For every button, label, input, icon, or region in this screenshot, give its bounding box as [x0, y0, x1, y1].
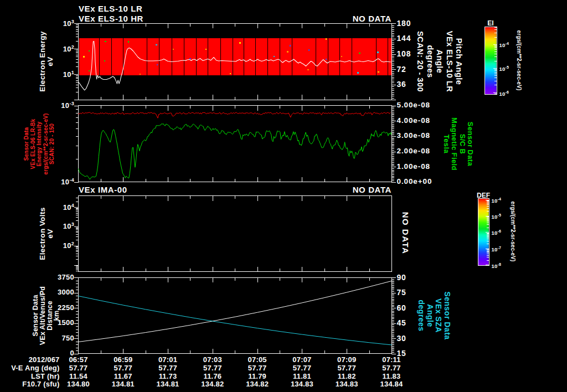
footer-r0-c1: 06:59 — [101, 356, 145, 363]
panel2-right-title-line1: Sensor Data — [466, 117, 473, 171]
plot-rect — [308, 49, 310, 50]
colorbar2-tick-10^-6: 10-6 — [492, 229, 502, 236]
sza-trace — [79, 296, 392, 345]
footer-r0-c3: 07:03 — [190, 356, 235, 363]
footer-r1-c6: 57.77 — [324, 364, 369, 372]
footer-r3-c1: 134.81 — [101, 380, 145, 388]
footer-row-label-f107: F10.7 (sfu) — [0, 380, 60, 388]
footer-r1-c4: 57.77 — [235, 364, 280, 372]
panel2-rtick-1.00e-08: 1.00e-08 — [397, 163, 431, 171]
colorbar1-tick-10^-6: 10-6 — [499, 90, 509, 97]
energy-intensity-trace — [79, 112, 390, 118]
panel1-ytick-10^3: 103 — [40, 19, 74, 27]
panel2-rtick-4.00e-08: 4.00e-08 — [397, 117, 431, 125]
plot-rect — [359, 53, 360, 54]
panel1-right-title-line4: degrees — [425, 31, 434, 92]
footer-r2-c5: 11.81 — [280, 373, 324, 380]
panel3-y-title-line2: eV — [47, 207, 54, 260]
colorbar2-unit: ergs/(cm**2-sr-sec-eV) — [510, 202, 516, 262]
footer-r2-c0: 11.54 — [56, 373, 101, 380]
colorbar2-unit-text: ergs/(cm**2-sr-sec-eV) — [510, 202, 516, 262]
footer-r3-c3: 134.82 — [190, 380, 235, 388]
panel1-nodata-label: NO DATA — [310, 14, 391, 23]
panel1-right-title-line3: Angle — [434, 31, 444, 92]
panel3-y-title-line1: Electron Volts — [39, 207, 47, 260]
panel1-right-title-line2: VEx ELS-10 LR — [444, 31, 453, 92]
panel2-y-title-line4: ergs/(cm**2-sr-sec-eV) — [42, 113, 49, 174]
panel1-rtick-108: 108 — [397, 50, 411, 58]
plot-rect — [79, 277, 392, 354]
footer-r3-c2: 134.81 — [146, 380, 190, 388]
plot-rect — [290, 45, 291, 46]
panel2-ytick-10^-3: 10-3 — [40, 101, 74, 109]
panel4-ytick-3750: 3750 — [40, 274, 74, 281]
magnetic-field-trace — [79, 123, 391, 179]
plot-rect — [377, 51, 378, 53]
panel2-y-axis-title: Sensor Data VEx ELS-06 LR-Bk Energy Inte… — [23, 113, 55, 174]
panel4-ytick-3000: 3000 — [40, 288, 74, 296]
footer-r0-c2: 07:01 — [146, 356, 190, 363]
panel4-rtick-30: 30 — [397, 334, 406, 342]
panel3-nodata-vertical-text: NO DATA — [400, 212, 410, 254]
altitude-trace — [79, 281, 392, 342]
panel2-rtick-5.00e-08: 5.00e-08 — [397, 101, 431, 109]
footer-r2-c7: 11.83 — [369, 373, 414, 380]
panel1-rtick-180: 180 — [397, 19, 411, 27]
panel3-nodata-vertical: NO DATA — [400, 212, 410, 254]
footer-r1-c7: 57.77 — [369, 364, 414, 372]
panel2-y-title-line2: VEx ELS-06 LR-Bk — [29, 113, 36, 174]
colorbar1-unit-text: ergs/(cm**2-sr-sec-eV) — [516, 30, 522, 91]
footer-r3-c5: 134.83 — [280, 380, 324, 388]
footer-r2-c6: 11.82 — [324, 373, 369, 380]
panel1-y-axis-title-line2: eV — [47, 32, 54, 92]
plot-rect — [378, 71, 379, 73]
panel1-y-axis-title: Electron Energy eV — [39, 32, 54, 92]
plot-rect — [157, 64, 158, 65]
footer-r3-c0: 134.80 — [56, 380, 101, 388]
footer-r2-c2: 11.73 — [146, 373, 190, 380]
footer-r1-c3: 57.77 — [190, 364, 235, 372]
panel4-right-title-line4: degrees — [416, 291, 425, 339]
colorbar1-tick-10^-4: 10-4 — [499, 42, 509, 48]
colorbar1-title: EI — [480, 20, 502, 27]
panel1-right-axis-title: Pitch Angle VEx ELS-10 LR Angle degrees … — [415, 31, 463, 92]
panel3-ytick-10^2: 102 — [40, 241, 74, 249]
panel1-y-axis-title-line1: Electron Energy — [39, 32, 47, 92]
panel1-title-line1: VEx ELS-10 LR — [79, 4, 142, 13]
vex-summary-plot: VEx ELS-10 LR VEx ELS-10 HR NO DATA Elec… — [0, 0, 567, 392]
plot-rect — [307, 69, 308, 70]
footer-r2-c3: 11.76 — [190, 373, 235, 380]
plot-rect — [83, 56, 84, 57]
plot-rect — [341, 56, 342, 57]
panel3-title: VEx IMA-00 — [79, 185, 127, 194]
plot-rect — [326, 59, 327, 60]
footer-r2-c4: 11.79 — [235, 373, 280, 380]
colorbar2-tick-10^-4: 10-4 — [492, 197, 502, 204]
footer-r0-c4: 07:05 — [235, 356, 280, 363]
footer-r0-c0: 06:57 — [56, 356, 101, 363]
plot-rect — [173, 49, 174, 50]
footer-r2-c1: 11.67 — [101, 373, 145, 380]
plot-rect — [79, 196, 392, 272]
footer-r3-c4: 134.82 — [235, 380, 280, 388]
panel2-right-title-line2: S/C B — [458, 117, 466, 171]
panel3-y-axis-title: Electron Volts eV — [39, 207, 54, 260]
panel3-ytick-10^4: 104 — [40, 203, 74, 211]
panel4-ytick-2250: 2250 — [40, 304, 74, 311]
footer-r1-c5: 57.77 — [280, 364, 324, 372]
plot-rect — [105, 41, 106, 42]
plot-rect — [189, 58, 190, 59]
plot-rect — [140, 74, 141, 75]
plot-rect — [230, 73, 231, 74]
panel2-ytick-10^-4: 10-4 — [40, 178, 74, 185]
panel2-right-title-line4: Tesla — [442, 117, 450, 171]
panel1-right-title-line5: SCAN: 20 - 300 — [415, 31, 424, 92]
plot-rect — [239, 42, 240, 43]
footer-r1-c2: 57.77 — [146, 364, 190, 372]
footer-row-label-veang: V-E Ang (deg) — [0, 364, 60, 372]
colorbar2-tick-10^-5: 10-5 — [492, 213, 502, 220]
footer-row-label-date: 2012/067 — [0, 356, 60, 363]
panel4-ytick-750: 750 — [40, 334, 74, 342]
panel4-right-title-line1: Sensor Data — [442, 291, 451, 339]
panel2-y-title-line1: Sensor Data — [23, 113, 30, 174]
